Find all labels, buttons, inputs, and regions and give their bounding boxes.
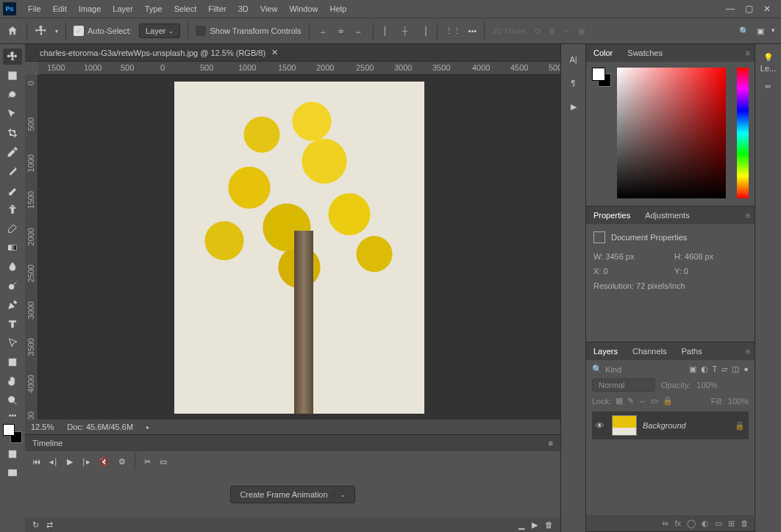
menu-window[interactable]: Window [283, 4, 324, 13]
lasso-tool[interactable] [3, 87, 22, 103]
menu-edit[interactable]: Edit [47, 4, 73, 13]
more-tools-icon[interactable]: ••• [9, 411, 17, 420]
split-icon[interactable]: ✂ [144, 457, 151, 467]
hand-tool[interactable] [3, 373, 22, 389]
filter-shape-icon[interactable]: ▱ [721, 364, 727, 374]
menu-select[interactable]: Select [168, 4, 203, 13]
home-icon[interactable] [6, 25, 19, 37]
marquee-tool[interactable] [3, 68, 22, 84]
layer-name[interactable]: Background [643, 421, 686, 430]
align-hcenter-icon[interactable]: ┼ [399, 24, 412, 37]
tab-layers[interactable]: Layers [591, 347, 621, 356]
link-icon[interactable]: ⇔ [662, 519, 668, 528]
move-dropdown-icon[interactable]: ▾ [55, 28, 58, 35]
maximize-icon[interactable]: ▢ [745, 4, 753, 14]
workspace-switcher-icon[interactable]: ▣ [757, 26, 764, 36]
ruler-horizontal[interactable]: 1500 1000 500 0 500 1000 1500 2000 2500 … [38, 62, 560, 75]
eyedropper-tool[interactable] [3, 144, 22, 160]
fg-bg-color[interactable] [3, 424, 22, 443]
layer-thumbnail[interactable] [612, 415, 637, 436]
clone-stamp-tool[interactable] [3, 201, 22, 218]
render-icon[interactable]: ▶ [532, 520, 538, 530]
ruler-vertical[interactable]: 0 500 1000 1500 2000 2500 3000 3500 4000… [25, 75, 38, 420]
transition-icon[interactable]: ▭ [160, 457, 167, 467]
gradient-tool[interactable] [3, 240, 22, 256]
play-icon[interactable]: ▶ [67, 457, 73, 467]
close-window-icon[interactable]: ✕ [763, 4, 771, 14]
panel-fg-color-swatch[interactable] [592, 68, 605, 81]
zoom-tool[interactable] [3, 392, 22, 409]
filter-smart-icon[interactable]: ◫ [732, 364, 739, 374]
lock-trans-icon[interactable]: ▦ [616, 396, 623, 406]
healing-brush-tool[interactable] [3, 163, 22, 179]
layer-row-background[interactable]: 👁 Background 🔒 [592, 411, 749, 439]
adjustment-icon[interactable]: ◐ [702, 519, 709, 528]
type-tool[interactable] [3, 316, 22, 332]
group-icon[interactable]: ▭ [715, 519, 722, 528]
brush-tool[interactable] [3, 182, 22, 198]
blur-tool[interactable] [3, 259, 22, 275]
color-field[interactable] [617, 68, 726, 198]
panel-menu-icon[interactable]: ≡ [746, 347, 750, 356]
play-panel-icon[interactable]: ▶ [564, 98, 583, 115]
align-bottom-icon[interactable]: ⫠ [352, 24, 365, 37]
panel-menu-icon[interactable]: ≡ [746, 211, 750, 220]
panel-menu-icon[interactable]: ≡ [746, 48, 750, 57]
move-tool-icon[interactable] [35, 24, 48, 37]
zoom-out-icon[interactable]: ▁ [518, 520, 524, 530]
next-frame-icon[interactable]: ∣▸ [82, 457, 90, 467]
menu-view[interactable]: View [254, 4, 284, 13]
settings-icon[interactable]: ⚙ [118, 457, 126, 467]
lock-pixel-icon[interactable]: ✎ [627, 396, 634, 406]
more-options-icon[interactable]: ••• [468, 26, 477, 35]
dodge-tool[interactable] [3, 278, 22, 294]
menu-help[interactable]: Help [324, 4, 353, 13]
filter-type-icon[interactable]: T [713, 364, 718, 374]
doc-size[interactable]: Doc: 45.6M/45.6M [67, 423, 133, 431]
trash-icon[interactable]: 🗑 [545, 520, 553, 529]
filter-search-icon[interactable]: 🔍 [592, 364, 602, 374]
chevron-down-icon[interactable]: ⌄ [334, 492, 346, 498]
align-vcenter-icon[interactable]: ≑ [335, 24, 348, 37]
status-chevron-icon[interactable]: ▸ [146, 424, 149, 431]
character-panel-icon[interactable]: A| [564, 51, 583, 68]
tab-color[interactable]: Color [591, 48, 616, 57]
lock-all-icon[interactable]: 🔒 [663, 396, 673, 406]
panel-menu-icon[interactable]: ≡ [549, 439, 553, 447]
tab-swatches[interactable]: Swatches [624, 48, 666, 57]
menu-file[interactable]: File [22, 4, 47, 13]
show-transform-checkbox[interactable]: Show Transform Controls [196, 26, 301, 36]
screen-mode-tool[interactable] [3, 465, 22, 481]
canvas-image[interactable] [174, 82, 424, 414]
rectangle-tool[interactable] [3, 354, 22, 370]
canvas-viewport[interactable] [38, 75, 560, 420]
crop-tool[interactable] [3, 125, 22, 141]
minimize-icon[interactable]: — [726, 4, 735, 14]
create-frame-button[interactable]: Create Frame Animation ⌄ [230, 486, 354, 503]
lock-icon[interactable]: 🔒 [735, 421, 745, 431]
quick-mask-tool[interactable] [3, 446, 22, 462]
convert-icon[interactable]: ⇄ [46, 520, 53, 530]
search-icon[interactable]: 🔍 [739, 26, 749, 36]
filter-pixel-icon[interactable]: ▣ [689, 364, 696, 374]
chevron-down-icon[interactable]: ▾ [771, 26, 775, 36]
fg-color-swatch[interactable] [3, 424, 15, 436]
path-select-tool[interactable] [3, 335, 22, 351]
quick-select-tool[interactable] [3, 106, 22, 122]
filter-adjust-icon[interactable]: ◐ [701, 364, 708, 374]
tab-channels[interactable]: Channels [630, 347, 669, 356]
loop-icon[interactable]: ↻ [32, 520, 39, 530]
prev-frame-icon[interactable]: ◂∣ [49, 457, 58, 467]
opacity-value[interactable]: 100% [696, 381, 717, 389]
fx-icon[interactable]: fx [674, 519, 681, 528]
lock-position-icon[interactable]: ↔ [638, 397, 646, 406]
menu-image[interactable]: Image [73, 4, 107, 13]
move-tool[interactable] [3, 48, 22, 65]
distribute-icon[interactable]: ⋮⋮ [445, 26, 461, 36]
align-right-icon[interactable]: ▕ [416, 24, 429, 37]
zoom-level[interactable]: 12.5% [31, 423, 54, 431]
paragraph-panel-icon[interactable]: ¶ [564, 75, 583, 91]
eraser-tool[interactable] [3, 220, 22, 237]
tab-paths[interactable]: Paths [679, 347, 705, 356]
libraries-panel-icon[interactable]: ∞ [766, 82, 771, 90]
